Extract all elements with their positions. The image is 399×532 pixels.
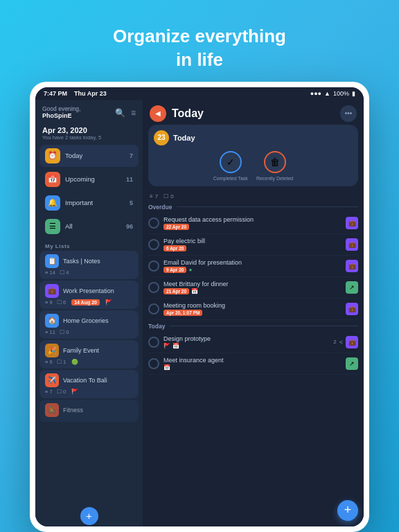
sidebar-header: Good evening, PhoSpinE 🔍 ≡: [35, 100, 143, 123]
list-item-work[interactable]: 💼 Work Presentation ≡ 9 ☐ 6 14 Aug 20 🚩: [39, 281, 139, 309]
list-work-icon: 💼: [45, 284, 59, 298]
task-6-flag: 🚩: [163, 343, 170, 349]
task-7-checkbox[interactable]: [148, 358, 159, 369]
task-5-type-icon: 💼: [346, 303, 358, 315]
my-lists-header: My Lists: [35, 239, 143, 251]
task-row-1[interactable]: Request data access permission 22 Apr 20…: [148, 213, 358, 234]
task-1-name: Request data access permission: [163, 216, 342, 223]
today-divider: [169, 326, 358, 326]
main-title: Today: [166, 107, 340, 120]
nav-items-list: ⏰ Today 7 📅 Upcoming 11: [35, 143, 143, 239]
nav-important-count: 5: [130, 200, 133, 206]
list-item-top: 🚴 Fitness: [45, 403, 133, 417]
task-3-checkbox[interactable]: [148, 260, 159, 272]
list-vacation-count: ≡ 7 ☐ 0: [45, 389, 66, 395]
task-summary: You have 2 tasks today, 5: [42, 134, 136, 141]
list-item-family[interactable]: 🎉 Family Event ≡ 6 ☐ 1 🟢: [39, 340, 139, 369]
nav-upcoming-icon: 📅: [45, 172, 60, 187]
task-row-6[interactable]: Design prototype 🚩 📅 2 < 💼: [148, 332, 358, 353]
main-fab-button[interactable]: +: [337, 500, 358, 521]
task-4-name: Meet Brittany for dinner: [163, 281, 342, 287]
main-stats-row: ≡ 7 ☐ 0: [143, 190, 364, 201]
list-work-meta: ≡ 9 ☐ 6 14 Aug 20 🚩: [45, 299, 133, 305]
deleted-stat[interactable]: 🗑 Recently Deleted: [256, 151, 293, 181]
task-row-4[interactable]: Meet Brittany for dinner 21 Apr 20 📅 ↗: [148, 277, 358, 299]
nav-item-upcoming[interactable]: 📅 Upcoming 11: [39, 168, 139, 190]
task-row-3[interactable]: Email David for presentation 9 Apr 20 ● …: [148, 256, 358, 277]
task-row-7[interactable]: Meet insurance agent 📅 ↗: [148, 353, 358, 375]
nav-upcoming-label: Upcoming: [65, 175, 95, 183]
task-2-date-tag: 6 Apr 20: [163, 245, 186, 251]
main-header: ◀ Today •••: [143, 100, 364, 125]
sidebar-add-button[interactable]: +: [80, 507, 98, 525]
nav-all-label: All: [65, 222, 73, 230]
overdue-section-label: Overdue: [148, 204, 358, 211]
battery: 100%: [333, 90, 349, 97]
list-family-meta: ≡ 6 ☐ 1 🟢: [45, 359, 133, 365]
task-3-tags: 9 Apr 20 ●: [163, 267, 342, 273]
task-4-checkbox[interactable]: [148, 282, 159, 293]
nav-item-important[interactable]: 🔔 Important 5: [39, 192, 139, 214]
task-2-type-icon: 💼: [346, 238, 358, 251]
app-content: Good evening, PhoSpinE 🔍 ≡ Apr 23, 2020 …: [35, 100, 364, 526]
list-work-flag: 🚩: [105, 299, 112, 305]
task-2-right: 💼: [346, 238, 358, 251]
task-7-right: ↗: [346, 357, 358, 370]
task-3-info: Email David for presentation 9 Apr 20 ●: [163, 259, 342, 273]
task-1-info: Request data access permission 22 Apr 20: [163, 216, 342, 230]
list-item-vacation[interactable]: ✈️ Vacation To Bali ≡ 7 ☐ 0 🚩: [39, 370, 139, 398]
today-panel-title: Today: [173, 134, 195, 142]
task-section: Overdue Request data access permission 2…: [143, 201, 364, 526]
username-text: PhoSpinE: [42, 112, 80, 119]
nav-item-all[interactable]: ☰ All 96: [39, 215, 139, 238]
list-item-tasks-notes[interactable]: 📋 Tasks | Notes ≡ 14 ☐ 4: [39, 251, 139, 279]
task-1-checkbox[interactable]: [148, 218, 159, 229]
task-6-checkbox[interactable]: [148, 337, 159, 348]
completed-stat[interactable]: ✓ Completed Task: [213, 151, 248, 181]
filter-icon[interactable]: ≡: [131, 108, 136, 118]
task-5-right: 💼: [346, 303, 358, 315]
nav-upcoming-count: 11: [126, 176, 133, 183]
list-work-count: ≡ 9 ☐ 6: [45, 299, 66, 305]
list-groceries-count: ≡ 11 ☐ 0: [45, 329, 69, 335]
list-item-fitness[interactable]: 🚴 Fitness: [39, 400, 139, 422]
overdue-divider: [177, 206, 359, 207]
list-item-top: 📋 Tasks | Notes: [45, 254, 133, 268]
list-vacation-flag: 🚩: [71, 389, 78, 395]
nav-item-all-left: ☰ All: [45, 219, 73, 234]
list-work-name: Work Presentation: [63, 287, 133, 294]
task-2-name: Pay electric bill: [163, 238, 342, 245]
status-right: ●●● ▲ 100% ▮: [310, 90, 355, 97]
search-icon[interactable]: 🔍: [115, 108, 125, 118]
back-button[interactable]: ◀: [150, 105, 166, 122]
signal-icon: ●●●: [310, 90, 321, 97]
list-item-groceries[interactable]: 🏠 Home Groceries ≡ 11 ☐ 0: [39, 310, 139, 339]
task-5-checkbox[interactable]: [148, 303, 159, 314]
deleted-icon: 🗑: [264, 151, 286, 173]
task-3-right: 💼: [346, 260, 358, 272]
task-row-2[interactable]: Pay electric bill 6 Apr 20 💼: [148, 234, 358, 256]
today-panel: 23 Today ✓ Completed Task 🗑 Recently Del…: [148, 125, 358, 186]
nav-all-count: 96: [126, 223, 133, 230]
nav-item-important-left: 🔔 Important: [45, 195, 93, 211]
nav-item-today[interactable]: ⏰ Today 7: [39, 145, 139, 167]
app-tagline: Organize everything in life: [113, 25, 286, 72]
list-vacation-name: Vacation To Bali: [63, 377, 133, 384]
date: Thu Apr 23: [74, 90, 107, 97]
task-2-checkbox[interactable]: [148, 239, 159, 250]
task-stats: ≡ 7: [150, 193, 158, 200]
task-count-icon: ≡: [150, 193, 153, 200]
today-panel-stats: ✓ Completed Task 🗑 Recently Deleted: [154, 151, 353, 181]
nav-today-count: 7: [130, 152, 133, 159]
more-options-button[interactable]: •••: [340, 105, 357, 122]
task-4-date-tag: 21 Apr 20: [163, 288, 189, 294]
task-1-right: 💼: [346, 217, 358, 229]
tagline-line1: Organize everything: [113, 26, 286, 46]
task-row-5[interactable]: Meeting room booking Apr 20, 1:07 PM 💼: [148, 299, 358, 320]
app-screen: 7:47 PM Thu Apr 23 ●●● ▲ 100% ▮ Good eve…: [35, 87, 364, 526]
task-6-right: 2 < 💼: [333, 336, 358, 348]
list-groceries-icon: 🏠: [45, 314, 59, 328]
sidebar-top-row: Good evening, PhoSpinE 🔍 ≡: [42, 105, 136, 121]
task-1-tags: 22 Apr 20: [163, 224, 342, 230]
task-6-arrow: <: [339, 339, 343, 346]
